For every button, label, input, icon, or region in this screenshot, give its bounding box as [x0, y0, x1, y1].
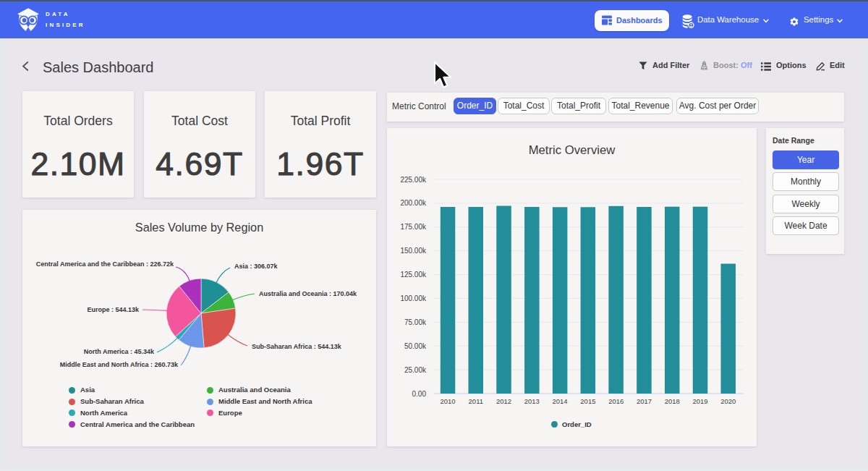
svg-text:200.00k: 200.00k — [400, 199, 427, 207]
svg-text:2012: 2012 — [496, 397, 511, 405]
svg-text:2020: 2020 — [720, 397, 736, 405]
svg-text:100.00k: 100.00k — [400, 294, 427, 302]
svg-text:2016: 2016 — [608, 397, 624, 405]
svg-text:2017: 2017 — [637, 397, 652, 405]
svg-text:75.00k: 75.00k — [404, 318, 427, 326]
svg-text:50.00k: 50.00k — [404, 342, 427, 350]
svg-text:2019: 2019 — [692, 397, 707, 405]
svg-text:2010: 2010 — [440, 397, 455, 405]
svg-text:25.00k: 25.00k — [404, 366, 427, 374]
svg-text:0.00: 0.00 — [412, 390, 427, 398]
svg-text:225.00k: 225.00k — [400, 176, 427, 184]
svg-text:2011: 2011 — [469, 397, 483, 405]
svg-text:2018: 2018 — [665, 397, 680, 405]
svg-text:175.00k: 175.00k — [400, 223, 427, 231]
svg-text:150.00k: 150.00k — [400, 247, 427, 255]
svg-text:2014: 2014 — [553, 397, 568, 405]
svg-text:125.00k: 125.00k — [400, 271, 427, 279]
svg-text:2015: 2015 — [580, 397, 595, 405]
svg-text:2013: 2013 — [524, 397, 540, 405]
svg-text:Order_ID: Order_ID — [562, 420, 592, 428]
